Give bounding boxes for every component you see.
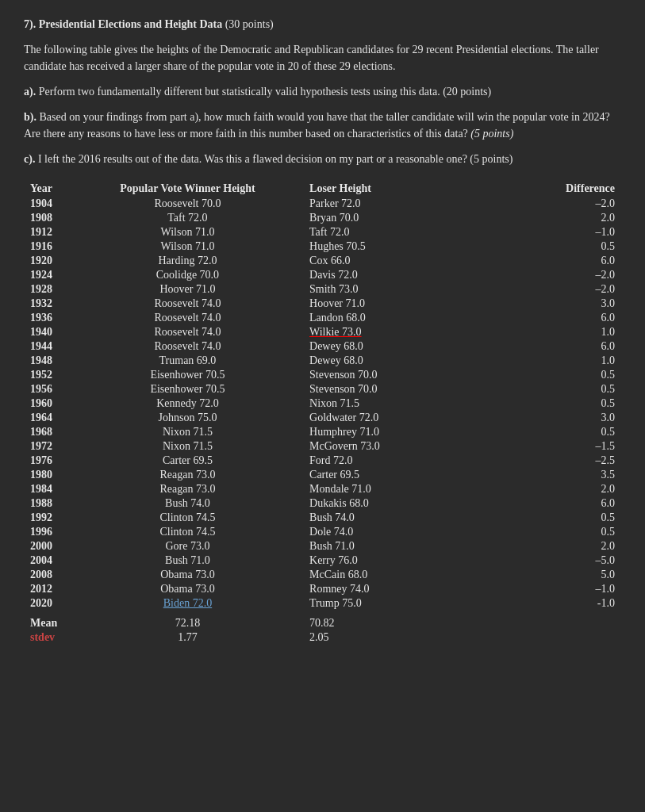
cell-diff: –1.5 (505, 439, 621, 454)
cell-loser: Bush 74.0 (294, 511, 505, 525)
cell-winner: Gore 73.0 (82, 539, 294, 553)
cell-loser: Stevenson 70.0 (294, 382, 505, 396)
col-header-year: Year (24, 181, 82, 197)
cell-diff: 0.5 (505, 368, 621, 382)
cell-loser: Dole 74.0 (294, 525, 505, 539)
cell-year: 1940 (24, 325, 82, 339)
cell-winner: Johnson 75.0 (82, 411, 294, 425)
cell-winner: Obama 73.0 (82, 582, 294, 596)
table-row: 1976Carter 69.5Ford 72.0–2.5 (24, 454, 621, 468)
cell-diff: -1.0 (505, 596, 621, 611)
part-c-label: c). (24, 153, 35, 165)
table-row: 1992Clinton 74.5Bush 74.00.5 (24, 511, 621, 525)
cell-winner: Biden 72.0 (82, 596, 294, 611)
table-row: 2004Bush 71.0Kerry 76.0–5.0 (24, 553, 621, 568)
table-row: 1916Wilson 71.0Hughes 70.50.5 (24, 239, 621, 254)
cell-winner: Reagan 73.0 (82, 468, 294, 482)
loser-mean: 70.82 (294, 611, 505, 630)
winner-stdev: 1.77 (82, 630, 294, 645)
cell-winner: Bush 74.0 (82, 496, 294, 511)
cell-diff: 6.0 (505, 254, 621, 268)
cell-diff: –1.0 (505, 582, 621, 596)
cell-winner: Harding 72.0 (82, 254, 294, 268)
table-row: 1908Taft 72.0Bryan 70.02.0 (24, 211, 621, 225)
cell-diff: 6.0 (505, 496, 621, 511)
cell-diff: 1.0 (505, 354, 621, 368)
table-row: 1932Roosevelt 74.0Hoover 71.03.0 (24, 297, 621, 311)
cell-loser: Trump 75.0 (294, 596, 505, 611)
table-row: 1904Roosevelt 70.0Parker 72.0–2.0 (24, 197, 621, 211)
cell-loser: Humphrey 71.0 (294, 425, 505, 439)
cell-diff: 3.5 (505, 468, 621, 482)
part-a-text: a). Perform two fundamentally different … (24, 83, 621, 101)
col-header-diff: Difference (505, 181, 621, 197)
cell-year: 1916 (24, 239, 82, 254)
col-header-winner: Popular Vote Winner Height (82, 181, 294, 197)
table-row: 1936Roosevelt 74.0Landon 68.06.0 (24, 311, 621, 325)
cell-year: 1988 (24, 496, 82, 511)
question-title: 7). Presidential Elections and Height Da… (24, 16, 621, 33)
cell-year: 1984 (24, 482, 82, 496)
table-row: 2020Biden 72.0Trump 75.0-1.0 (24, 596, 621, 611)
cell-loser: Davis 72.0 (294, 268, 505, 282)
cell-loser: Goldwater 72.0 (294, 411, 505, 425)
cell-winner: Wilson 71.0 (82, 239, 294, 254)
cell-year: 1948 (24, 354, 82, 368)
cell-diff: 0.5 (505, 525, 621, 539)
cell-diff: 3.0 (505, 297, 621, 311)
part-c-text: c). I left the 2016 results out of the d… (24, 151, 621, 168)
cell-year: 1968 (24, 425, 82, 439)
cell-year: 1992 (24, 511, 82, 525)
cell-loser: Stevenson 70.0 (294, 368, 505, 382)
cell-winner: Wilson 71.0 (82, 225, 294, 239)
cell-loser: Nixon 71.5 (294, 396, 505, 411)
cell-diff: –2.0 (505, 282, 621, 297)
cell-diff: 2.0 (505, 482, 621, 496)
cell-year: 1980 (24, 468, 82, 482)
table-header-row: Year Popular Vote Winner Height Loser He… (24, 181, 621, 197)
page-content: 7). Presidential Elections and Height Da… (24, 16, 621, 645)
cell-year: 1932 (24, 297, 82, 311)
cell-diff: 6.0 (505, 311, 621, 325)
cell-year: 1956 (24, 382, 82, 396)
cell-loser: Wilkie 73.0 (294, 325, 505, 339)
cell-year: 1912 (24, 225, 82, 239)
cell-loser: Romney 74.0 (294, 582, 505, 596)
question-points: (30 points) (225, 18, 274, 30)
table-row: 1952Eisenhower 70.5Stevenson 70.00.5 (24, 368, 621, 382)
cell-winner: Roosevelt 74.0 (82, 325, 294, 339)
mean-label: Mean (24, 611, 82, 630)
cell-loser: Dukakis 68.0 (294, 496, 505, 511)
cell-loser: Dewey 68.0 (294, 339, 505, 354)
winner-mean: 72.18 (82, 611, 294, 630)
cell-winner: Nixon 71.5 (82, 425, 294, 439)
part-c-content: I left the 2016 results out of the data.… (38, 153, 513, 165)
cell-winner: Roosevelt 74.0 (82, 297, 294, 311)
data-table: Year Popular Vote Winner Height Loser He… (24, 181, 621, 645)
cell-loser: Dewey 68.0 (294, 354, 505, 368)
stdev-label: stdev (24, 630, 82, 645)
cell-loser: Carter 69.5 (294, 468, 505, 482)
intro-text: The following table gives the heights of… (24, 41, 621, 75)
stats-mean-row: Mean 72.18 70.82 (24, 611, 621, 630)
cell-loser: Parker 72.0 (294, 197, 505, 211)
cell-winner: Roosevelt 74.0 (82, 339, 294, 354)
cell-winner: Taft 72.0 (82, 211, 294, 225)
stdev-diff-placeholder (505, 630, 621, 645)
cell-diff: 0.5 (505, 396, 621, 411)
table-row: 1928Hoover 71.0Smith 73.0–2.0 (24, 282, 621, 297)
cell-diff: –2.0 (505, 268, 621, 282)
stats-stdev-row: stdev 1.77 2.05 (24, 630, 621, 645)
cell-winner: Nixon 71.5 (82, 439, 294, 454)
cell-winner: Truman 69.0 (82, 354, 294, 368)
cell-year: 1976 (24, 454, 82, 468)
cell-year: 2012 (24, 582, 82, 596)
cell-diff: 1.0 (505, 325, 621, 339)
cell-diff: 0.5 (505, 425, 621, 439)
cell-loser: Landon 68.0 (294, 311, 505, 325)
cell-diff: 5.0 (505, 568, 621, 582)
cell-year: 1964 (24, 411, 82, 425)
cell-year: 2020 (24, 596, 82, 611)
cell-year: 2004 (24, 553, 82, 568)
table-row: 1924Coolidge 70.0Davis 72.0–2.0 (24, 268, 621, 282)
